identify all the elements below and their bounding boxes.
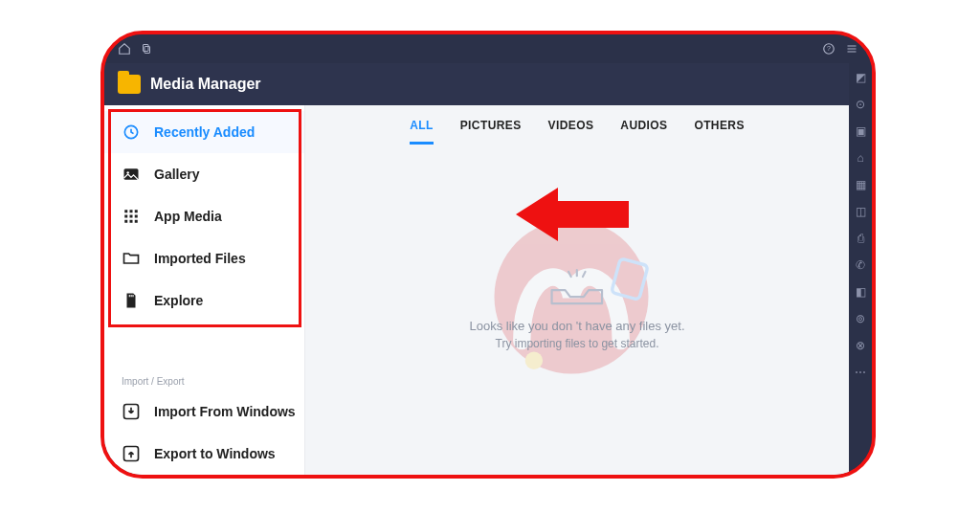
empty-state-line1: Looks like you don 't have any files yet… <box>360 319 794 333</box>
svg-rect-0 <box>144 45 149 52</box>
sidebar-item-recently-added[interactable]: Recently Added <box>104 111 304 153</box>
tab-videos[interactable]: VIDEOS <box>548 119 594 145</box>
tab-audios[interactable]: AUDIOS <box>620 119 667 145</box>
sidebar-item-explore[interactable]: Explore <box>104 279 304 322</box>
apps-grid-icon <box>122 207 141 226</box>
sidebar-item-imported-files[interactable]: Imported Files <box>104 237 304 279</box>
rail-icon-10[interactable]: ⊚ <box>856 312 865 325</box>
sidebar-item-label: Explore <box>154 293 203 308</box>
emulator-side-rail: ◩ ⊙ ▣ ⌂ ▦ ◫ ⎙ ✆ ◧ ⊚ ⊗ ⋯ <box>849 63 872 475</box>
import-icon <box>122 402 141 421</box>
sidebar-item-import-windows[interactable]: Import From Windows <box>104 390 304 433</box>
app-header: Media Manager <box>104 63 872 105</box>
main-panel: ALL PICTURES VIDEOS AUDIOS OTHERS <box>305 105 849 475</box>
sidebar-item-label: Imported Files <box>154 251 246 266</box>
rail-icon-1[interactable]: ◩ <box>856 71 866 84</box>
tabs: ALL PICTURES VIDEOS AUDIOS OTHERS <box>305 105 849 145</box>
folder-outline-icon <box>122 249 141 268</box>
tab-pictures[interactable]: PICTURES <box>460 119 522 145</box>
svg-rect-18 <box>133 295 134 297</box>
svg-rect-16 <box>129 295 130 297</box>
help-icon[interactable]: ? <box>822 42 835 56</box>
sidebar: Recently Added Gallery App Media <box>104 105 305 475</box>
svg-rect-14 <box>130 220 133 223</box>
emulator-top-bar: ? <box>104 34 872 63</box>
empty-state-line2: Try importing files to get started. <box>360 337 794 350</box>
app-window: ? Media Manager ◩ ⊙ ▣ ⌂ ▦ ◫ ⎙ ✆ ◧ ⊚ ⊗ ⋯ … <box>100 31 876 479</box>
rail-icon-9[interactable]: ◧ <box>856 285 866 299</box>
inbox-tray-icon <box>544 267 611 309</box>
svg-rect-11 <box>130 215 133 218</box>
svg-rect-13 <box>124 220 127 223</box>
svg-point-23 <box>525 352 543 369</box>
svg-rect-17 <box>131 295 132 297</box>
svg-rect-8 <box>130 210 133 212</box>
rail-icon-12[interactable]: ⋯ <box>855 366 866 379</box>
rail-icon-11[interactable]: ⊗ <box>856 339 865 352</box>
sd-card-icon <box>122 291 141 310</box>
rail-icon-4[interactable]: ⌂ <box>857 151 863 165</box>
rail-icon-5[interactable]: ▦ <box>856 178 866 191</box>
svg-rect-12 <box>135 215 138 218</box>
gallery-icon <box>122 165 141 184</box>
sidebar-item-label: Import From Windows <box>154 404 296 419</box>
menu-lines-icon[interactable] <box>845 43 858 55</box>
home-icon[interactable] <box>118 42 131 56</box>
sidebar-item-label: Recently Added <box>154 124 255 140</box>
clock-icon <box>122 123 141 142</box>
svg-rect-7 <box>124 210 127 212</box>
copy-icon[interactable] <box>141 42 152 56</box>
sidebar-section-label: Import / Export <box>104 367 304 390</box>
rail-icon-6[interactable]: ◫ <box>856 205 866 218</box>
tab-others[interactable]: OTHERS <box>694 119 744 145</box>
sidebar-item-label: Gallery <box>154 167 199 182</box>
sidebar-item-label: App Media <box>154 209 222 224</box>
svg-rect-15 <box>135 220 138 223</box>
rail-icon-2[interactable]: ⊙ <box>856 98 865 111</box>
content-area: Recently Added Gallery App Media <box>104 105 849 475</box>
rail-icon-7[interactable]: ⎙ <box>858 232 864 245</box>
sidebar-item-export-windows[interactable]: Export to Windows <box>104 433 304 475</box>
svg-rect-1 <box>145 47 150 54</box>
svg-rect-9 <box>135 210 138 212</box>
svg-rect-10 <box>124 215 127 218</box>
sidebar-item-app-media[interactable]: App Media <box>104 195 304 237</box>
sidebar-item-label: Export to Windows <box>154 446 276 461</box>
export-icon <box>122 444 141 463</box>
empty-state: Looks like you don 't have any files yet… <box>360 267 794 350</box>
app-title: Media Manager <box>150 76 261 93</box>
rail-icon-8[interactable]: ✆ <box>856 258 865 272</box>
tab-all[interactable]: ALL <box>410 119 434 145</box>
rail-icon-3[interactable]: ▣ <box>856 124 866 138</box>
svg-text:?: ? <box>827 45 831 52</box>
folder-icon <box>118 75 141 94</box>
sidebar-item-gallery[interactable]: Gallery <box>104 153 304 195</box>
